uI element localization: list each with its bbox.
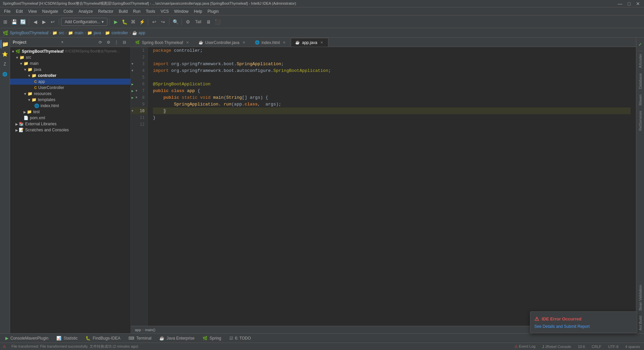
close-button[interactable]: ✕: [635, 1, 641, 6]
debug-button[interactable]: 🐛: [120, 18, 128, 26]
back-button[interactable]: ◀: [31, 18, 39, 26]
code-line-1[interactable]: package controller;: [153, 47, 631, 54]
tree-item-src[interactable]: ▼ 📁 src: [10, 54, 130, 60]
status-encoding[interactable]: UTF-8: [607, 345, 620, 349]
tab-usercontroller-close[interactable]: ✕: [241, 40, 246, 45]
code-line-12[interactable]: [153, 121, 631, 128]
right-panel-database[interactable]: Database: [637, 71, 644, 92]
panel-sync-button[interactable]: ⟳: [97, 39, 104, 46]
status-event-log[interactable]: ⚠ Event Log: [513, 344, 537, 349]
tree-item-root[interactable]: ▼ 🌿 SpringBootThymeleaf H:\CSDN\Spring B…: [10, 48, 130, 54]
menu-file[interactable]: File: [1, 7, 13, 15]
navigate-back-button[interactable]: ↩: [49, 18, 57, 26]
tree-item-scratches[interactable]: ▶ 📝 Scratches and Consoles: [10, 127, 130, 133]
tab-usercontroller[interactable]: ☕ UserController.java ✕: [194, 38, 251, 47]
right-panel-retservices[interactable]: RetServices: [637, 108, 644, 133]
redo-button[interactable]: ↪: [159, 18, 167, 26]
run-coverage-button[interactable]: ⌘: [129, 18, 137, 26]
run-gutter-7[interactable]: ▶: [131, 89, 133, 93]
tree-item-external-libs[interactable]: ▶ 📚 External Libraries: [10, 121, 130, 127]
status-position[interactable]: 10:6: [577, 345, 586, 349]
menu-window[interactable]: Window: [171, 7, 191, 15]
menu-view[interactable]: View: [25, 7, 40, 15]
code-line-4[interactable]: import org.springframework. boot. autoco…: [153, 67, 631, 74]
code-line-11[interactable]: }: [153, 114, 631, 121]
menu-vcs[interactable]: VCS: [158, 7, 172, 15]
panel-dropdown-icon[interactable]: ▾: [61, 40, 63, 44]
tail-label[interactable]: Tail: [193, 19, 204, 24]
menu-code[interactable]: Code: [61, 7, 76, 15]
menu-run[interactable]: Run: [130, 7, 143, 15]
tree-item-main[interactable]: ▼ 📁 main: [10, 60, 130, 67]
right-panel-bean-validation[interactable]: Bean Validation: [637, 282, 644, 313]
tree-item-resources[interactable]: ▼ 📁 resources: [10, 91, 130, 97]
tab-index-html[interactable]: 🌐 index.html ✕: [251, 38, 291, 47]
menu-navigate[interactable]: Navigate: [40, 7, 61, 15]
breadcrumb-main[interactable]: main: [74, 31, 83, 35]
code-line-6[interactable]: @SpringBootApplication: [153, 81, 631, 87]
tree-item-app[interactable]: C app: [10, 79, 130, 85]
tree-item-test[interactable]: ▶ 📁 test: [10, 109, 130, 115]
activity-structure[interactable]: Z: [1, 60, 9, 69]
add-configuration-button[interactable]: Add Configuration... ▾: [61, 18, 107, 26]
menu-build[interactable]: Build: [116, 7, 130, 15]
code-line-9[interactable]: SpringApplication . run (app. class , ar…: [153, 101, 631, 107]
code-editor-content[interactable]: package controller; import org.springfra…: [148, 47, 636, 326]
save-button[interactable]: 💾: [10, 18, 18, 26]
bottom-tab-statistic[interactable]: 📊 Statistic: [52, 334, 82, 342]
undo-button[interactable]: ↩: [150, 18, 158, 26]
code-line-5[interactable]: [153, 74, 631, 81]
breadcrumb-java[interactable]: java: [94, 31, 101, 35]
menu-edit[interactable]: Edit: [13, 7, 25, 15]
tab-index-close[interactable]: ✕: [282, 40, 286, 45]
menu-tools[interactable]: Tools: [143, 7, 158, 15]
tree-item-usercontroller[interactable]: C UserController: [10, 85, 130, 91]
bottom-tab-java-enterprise[interactable]: ☕ Java Enterprise: [155, 334, 198, 342]
tree-item-controller[interactable]: ▼ 📁 controller: [10, 73, 130, 79]
code-line-3[interactable]: import org.springframework. boot. Spring…: [153, 60, 631, 67]
bottom-tab-terminal[interactable]: ⌨ Terminal: [124, 334, 155, 342]
project-view-button[interactable]: ⊞: [1, 18, 9, 26]
bottom-tab-consolemaven[interactable]: ▶ ConsoleMavenPlugin: [1, 334, 52, 342]
tree-item-java-folder[interactable]: ▼ 📁 java: [10, 67, 130, 73]
minimize-button[interactable]: —: [616, 1, 624, 6]
status-jrebel[interactable]: J JRebel Console: [541, 345, 572, 349]
breadcrumb-app[interactable]: app: [139, 31, 145, 35]
bottom-tab-findbugs[interactable]: 🐛 FindBugs-IDEA: [82, 334, 124, 342]
menu-refactor[interactable]: Refactor: [96, 7, 116, 15]
profile-button[interactable]: ⚡: [138, 18, 146, 26]
code-line-8[interactable]: public static void main ( String [] args…: [153, 94, 631, 101]
right-panel-axcoder[interactable]: AXcoder: [637, 51, 644, 71]
run-gutter-6[interactable]: ▶: [131, 82, 133, 86]
search-everywhere-button[interactable]: 🔍: [171, 18, 179, 26]
status-line-ending[interactable]: CRLF: [590, 345, 603, 349]
build-button[interactable]: ▶: [112, 18, 120, 26]
tree-item-index-html[interactable]: 🌐 index.html: [10, 103, 130, 109]
menu-analyze[interactable]: Analyze: [76, 7, 96, 15]
tree-item-pom[interactable]: 📄 pom.xml: [10, 115, 130, 121]
tree-item-templates[interactable]: ▼ 📁 templates: [10, 97, 130, 103]
panel-gear-button[interactable]: ⋮: [113, 39, 120, 46]
maximize-button[interactable]: □: [627, 1, 632, 6]
menu-help[interactable]: Help: [191, 7, 205, 15]
problems-button[interactable]: 🖥: [205, 18, 213, 26]
code-line-7[interactable]: public class app {: [153, 87, 631, 94]
breadcrumb-project[interactable]: SpringBootThymeleaf: [10, 31, 48, 35]
tab-app-java[interactable]: ☕ app.java ✕: [291, 38, 328, 47]
tab-app-close[interactable]: ✕: [319, 40, 324, 45]
breadcrumb-controller[interactable]: controller: [111, 31, 128, 35]
bottom-tab-spring[interactable]: 🌿 Spring: [199, 334, 225, 342]
tab-spring-close[interactable]: ✕: [185, 40, 190, 45]
tab-spring-boot-thymeleaf[interactable]: 🌿 Spring Boot-Thymeleaf ✕: [131, 38, 194, 47]
code-line-10[interactable]: }: [153, 107, 631, 114]
activity-favorites[interactable]: ⭐: [1, 50, 9, 58]
status-indent[interactable]: 4 spaces: [624, 345, 641, 349]
settings-button[interactable]: ⚙: [184, 18, 192, 26]
activity-project[interactable]: 📁: [1, 40, 9, 48]
breadcrumb-src[interactable]: src: [59, 31, 64, 35]
panel-minimize-button[interactable]: ⊟: [121, 39, 128, 46]
notification-details-link[interactable]: See Details and Submit Report: [534, 324, 590, 329]
menu-plugin[interactable]: Plugin: [205, 7, 221, 15]
run-gutter-8[interactable]: ▶: [131, 96, 133, 99]
stop-button[interactable]: ⬛: [213, 18, 221, 26]
